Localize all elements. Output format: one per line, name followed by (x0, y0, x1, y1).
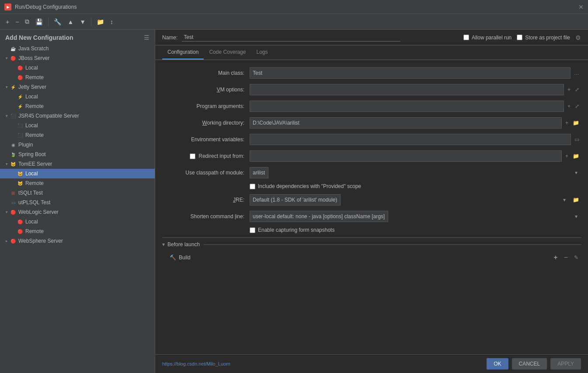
sidebar-item-jsr45-local[interactable]: ⬛ Local (0, 121, 155, 130)
include-deps-row: Include dependencies with "Provided" sco… (250, 183, 581, 189)
sidebar-item-weblogic-remote[interactable]: 🔴 Remote (0, 227, 155, 236)
redirect-input-checkbox[interactable] (190, 153, 195, 159)
redirect-input-input[interactable] (250, 150, 562, 162)
sidebar-item-weblogic[interactable]: ▾ 🔴 WebLogic Server (0, 207, 155, 217)
sidebar-item-tomee-remote[interactable]: 🐱 Remote (0, 178, 155, 188)
sidebar-item-jboss-remote[interactable]: 🔴 Remote (0, 73, 155, 82)
enable-capturing-checkbox[interactable] (250, 227, 255, 233)
close-button[interactable]: ✕ (578, 3, 584, 10)
tab-configuration[interactable]: Configuration (162, 45, 204, 59)
redirect-input-add-btn[interactable]: + (564, 152, 570, 160)
program-args-add-btn[interactable]: + (566, 102, 572, 110)
sidebar-item-plugin[interactable]: ◉ Plugin (0, 140, 155, 150)
sidebar-item-tsqlt[interactable]: ⊞ tSQLt Test (0, 188, 155, 198)
classpath-field: arilist (250, 167, 581, 178)
remove-config-button[interactable]: − (13, 17, 21, 26)
sidebar-item-jboss-local[interactable]: 🔴 Local (0, 63, 155, 73)
jboss-icon: 🔴 (10, 55, 17, 62)
jre-folder-btn[interactable]: 📁 (571, 196, 581, 204)
jre-select[interactable]: Default (1.8 - SDK of 'arilist' module) (250, 194, 341, 206)
apply-button[interactable]: APPLY (550, 358, 581, 370)
name-input[interactable] (182, 33, 400, 42)
sidebar-item-utplsql[interactable]: ▭ utPLSQL Test (0, 198, 155, 207)
module-select-wrapper: arilist (250, 167, 581, 178)
jetty-local-label: Local (25, 94, 38, 100)
tomee-remote-icon: 🐱 (17, 180, 24, 187)
vm-options-add-btn[interactable]: + (566, 86, 572, 94)
working-dir-add-btn[interactable]: + (564, 119, 570, 127)
module-select[interactable]: arilist (250, 167, 268, 178)
working-dir-label: Working directory: (162, 120, 250, 126)
jre-field: Default (1.8 - SDK of 'arilist' module) … (250, 194, 581, 206)
arrow-jetty: ▾ (3, 85, 10, 89)
tomee-local-label: Local (25, 171, 38, 177)
bottom-bar: https://blog.csdn.net/Milo_Luom OK CANCE… (155, 354, 588, 373)
weblogic-remote-label: Remote (25, 228, 44, 234)
launch-add-button[interactable]: + (551, 253, 560, 262)
sidebar-item-tomee-local[interactable]: 🐱 Local (0, 169, 155, 178)
env-vars-row: Environment variables: ▭ (162, 133, 581, 146)
allow-parallel-checkbox[interactable] (463, 35, 469, 40)
gear-icon[interactable]: ⚙ (575, 34, 581, 41)
vm-options-expand-btn[interactable]: ⤢ (573, 86, 581, 94)
move-up-button[interactable]: ▲ (65, 17, 76, 26)
jsr45-local-icon: ⬛ (17, 122, 24, 129)
store-as-project-checkbox[interactable] (517, 35, 522, 40)
program-args-input[interactable] (250, 101, 564, 112)
jboss-label: JBoss Server (18, 55, 49, 61)
include-deps-checkbox[interactable] (250, 184, 255, 189)
sidebar-item-websphere[interactable]: ▸ 🔴 WebSphere Server (0, 236, 155, 246)
sidebar-item-spring-boot[interactable]: 🍃 Spring Boot (0, 150, 155, 159)
settings-button[interactable]: 🔧 (52, 17, 63, 26)
sidebar-item-jsr45[interactable]: ▾ ⬛ JSR45 Compatible Server (0, 111, 155, 121)
websphere-icon: 🔴 (10, 237, 17, 244)
sidebar-item-java-scratch[interactable]: ☕ Java Scratch (0, 44, 155, 53)
sidebar-item-tomee[interactable]: ▾ 🐱 TomEE Server (0, 159, 155, 169)
main-container: Add New Configuration ☰ ☕ Java Scratch ▾… (0, 30, 588, 373)
sidebar-options-icon[interactable]: ☰ (144, 34, 150, 41)
launch-remove-button[interactable]: − (561, 253, 571, 262)
working-dir-input[interactable] (250, 117, 562, 129)
redirect-input-folder-btn[interactable]: 📁 (571, 152, 581, 160)
enable-capturing-row: Enable capturing form snapshots (250, 227, 581, 233)
folder-button[interactable]: 📁 (94, 17, 106, 26)
sort-button[interactable]: ↕ (108, 17, 115, 26)
vm-options-input[interactable] (250, 84, 564, 95)
sidebar-item-jetty[interactable]: ▾ ⚡ Jetty Server (0, 82, 155, 92)
sidebar-item-jsr45-remote[interactable]: ⬛ Remote (0, 130, 155, 140)
program-args-expand-btn[interactable]: ⤢ (573, 102, 581, 110)
jsr45-icon: ⬛ (10, 112, 17, 119)
vm-options-field: + ⤢ (250, 84, 581, 95)
jboss-local-icon: 🔴 (17, 64, 24, 71)
shorten-cmd-select[interactable]: user-local default: none - java [options… (250, 211, 388, 222)
sidebar-item-jetty-remote[interactable]: ⚡ Remote (0, 101, 155, 111)
tab-logs[interactable]: Logs (251, 45, 273, 59)
sidebar-item-jboss[interactable]: ▾ 🔴 JBoss Server (0, 53, 155, 63)
app-icon: ▶ (4, 3, 11, 10)
main-class-input[interactable] (250, 67, 571, 79)
separator-1 (48, 17, 49, 26)
env-vars-input[interactable] (250, 134, 571, 145)
sidebar-item-jetty-local[interactable]: ⚡ Local (0, 92, 155, 101)
before-launch-section: ▾ Before launch 🔨 Build + − ✎ (162, 237, 581, 264)
move-down-button[interactable]: ▼ (77, 17, 88, 26)
add-config-button[interactable]: + (3, 17, 11, 26)
copy-config-button[interactable]: ⧉ (23, 17, 31, 26)
content-area: Main class: … VM options: + (155, 60, 588, 354)
working-dir-row: Working directory: + 📁 (162, 117, 581, 129)
sidebar-item-weblogic-local[interactable]: 🔴 Local (0, 217, 155, 227)
cancel-button[interactable]: CANCEL (512, 358, 547, 370)
tab-code-coverage[interactable]: Code Coverage (204, 45, 251, 59)
build-label: Build (179, 254, 191, 261)
ok-button[interactable]: OK (487, 358, 508, 370)
launch-edit-button[interactable]: ✎ (571, 253, 581, 262)
before-launch-header[interactable]: ▾ Before launch (162, 238, 581, 251)
main-class-more-btn[interactable]: … (572, 69, 581, 77)
redirect-input-actions: + 📁 (564, 152, 581, 160)
working-dir-folder-btn[interactable]: 📁 (571, 119, 581, 127)
env-vars-edit-btn[interactable]: ▭ (573, 136, 581, 143)
utplsql-label: utPLSQL Test (18, 199, 50, 206)
vm-options-row: VM options: + ⤢ (162, 84, 581, 96)
save-config-button[interactable]: 💾 (33, 17, 45, 26)
java-scratch-icon: ☕ (10, 45, 17, 52)
